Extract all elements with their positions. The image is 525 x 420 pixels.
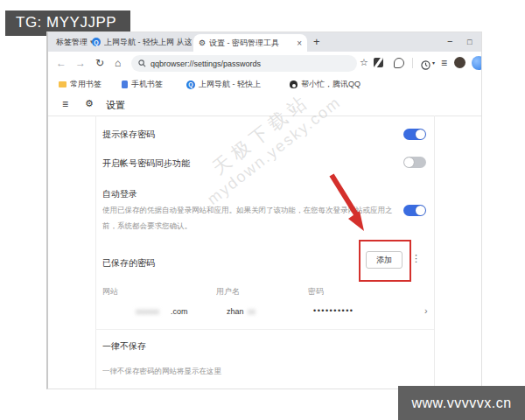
bookmark-label: 手机书签	[131, 79, 163, 90]
col-site: 网站	[102, 286, 118, 298]
menu-icon[interactable]: ≡	[441, 57, 447, 69]
tab-strip: 标签管理 ▾ Q 上网导航 - 轻快上网 从这里开始 ⚙ 设置 - 密码管理工具…	[48, 32, 481, 52]
bookmark-common-folder[interactable]: 常用书签	[59, 79, 102, 90]
site-suffix: .com	[171, 307, 188, 316]
qq-flash-tool-icon[interactable]	[374, 58, 383, 67]
bookmark-nav[interactable]: Q 上网导航 - 轻快上	[186, 79, 261, 90]
bookmark-label: 帮小忙，腾讯QQ	[301, 79, 360, 90]
tab-home-nav[interactable]: Q 上网导航 - 轻快上网 从这里开始	[92, 32, 192, 52]
reload-icon[interactable]: ↻	[95, 57, 104, 69]
sync-toggle[interactable]	[403, 157, 426, 168]
qqbrowser-q-icon: Q	[92, 38, 101, 46]
forward-icon[interactable]: →	[75, 57, 86, 69]
qqbrowser-q-icon: Q	[186, 80, 195, 89]
col-username: 用户名	[216, 286, 240, 298]
never-save-title: 一律不保存	[102, 340, 146, 353]
history-clock-icon[interactable]	[421, 58, 430, 74]
password-row[interactable]: xxxxxx .com zhan xx •••••••••• ›	[48, 306, 434, 324]
saved-passwords-title: 已保存的密码	[102, 257, 155, 270]
tab-manager-button[interactable]: 标签管理 ▾	[52, 32, 97, 52]
chevron-right-icon[interactable]: ›	[424, 305, 428, 316]
assistant-ball-icon[interactable]	[472, 56, 482, 70]
feedback-bubble-icon[interactable]	[394, 58, 404, 68]
prompt-save-toggle[interactable]	[403, 129, 426, 140]
bookmark-label: 上网导航 - 轻快上	[199, 79, 261, 90]
settings-page-title: 设置	[106, 99, 125, 112]
settings-menu-icon[interactable]: ≡	[62, 98, 68, 110]
home-icon[interactable]: ⌂	[115, 57, 121, 69]
more-options-icon[interactable]: ⋮	[411, 253, 421, 264]
phone-icon	[122, 80, 128, 88]
site-badge: www.vvvvvx.cn	[398, 386, 525, 420]
qq-penguin-icon	[290, 80, 298, 88]
browser-window: 标签管理 ▾ Q 上网导航 - 轻快上网 从这里开始 ⚙ 设置 - 密码管理工具…	[46, 32, 482, 389]
back-icon[interactable]: ←	[56, 57, 66, 69]
tab-title: 上网导航 - 轻快上网 从这里开始	[104, 37, 192, 48]
bookmark-star-icon[interactable]: ☆	[360, 57, 368, 68]
settings-gear-icon: ⚙	[85, 98, 94, 109]
auto-login-desc-2: 前，系统都会要求您确认。	[102, 221, 192, 232]
sync-label: 开启帐号密码同步功能	[102, 158, 190, 170]
row-divider	[95, 329, 434, 330]
username-cell: zhan	[227, 307, 244, 316]
prompt-save-label: 提示保存密码	[102, 129, 155, 141]
username-redacted: xx	[248, 307, 256, 316]
auto-login-desc-1: 使用已保存的凭据自动登录网站和应用。如果关闭了该功能，在您每次登录网站或应用之	[102, 206, 393, 216]
toolbar-divider	[412, 58, 413, 68]
auto-login-toggle[interactable]	[403, 205, 426, 216]
new-tab-button[interactable]: +	[313, 35, 320, 48]
tab-manager-label: 标签管理	[56, 37, 88, 48]
site-redacted: xxxxxx	[136, 307, 159, 316]
tab-settings-passwords[interactable]: ⚙ 设置 - 密码管理工具 ×	[193, 34, 307, 52]
bookmark-label: 常用书签	[70, 79, 102, 90]
page-canvas: TG: MYYJJPP 标签管理 ▾ Q 上网导航 - 轻快上网 从这里开始 ⚙…	[0, 0, 525, 420]
settings-header: ≡ ⚙ 设置	[48, 94, 481, 116]
window-minimize-button[interactable]: −	[447, 36, 452, 46]
browser-toolbar: ← → ↻ ⌂ qqbrowser://settings/passwords ☆	[48, 52, 481, 75]
window-maximize-button[interactable]: □	[467, 38, 472, 46]
history-caret-icon: ▾	[432, 60, 435, 66]
card-right-border	[434, 116, 435, 388]
auto-login-label: 自动登录	[102, 188, 137, 200]
folder-icon	[59, 81, 66, 88]
col-password: 密码	[308, 286, 324, 298]
search-icon	[138, 60, 146, 67]
bookmark-qq-help[interactable]: 帮小忙，腾讯QQ	[290, 79, 360, 90]
red-highlight-rectangle	[359, 240, 411, 282]
url-text: qqbrowser://settings/passwords	[150, 60, 261, 68]
bookmark-phone[interactable]: 手机书签	[122, 79, 163, 90]
bookmarks-bar: 常用书签 手机书签 Q 上网导航 - 轻快上 帮小忙，腾讯QQ	[48, 75, 481, 94]
never-save-desc: 一律不保存密码的网站将显示在这里	[102, 367, 221, 377]
password-dots: ••••••••••	[313, 306, 354, 315]
address-bar[interactable]: qqbrowser://settings/passwords	[131, 55, 357, 72]
tab-title: 设置 - 密码管理工具	[209, 38, 279, 49]
avatar[interactable]	[454, 57, 466, 68]
tab-close-icon[interactable]: ×	[291, 38, 302, 48]
card-left-border	[95, 116, 96, 388]
gear-icon: ⚙	[199, 38, 206, 47]
